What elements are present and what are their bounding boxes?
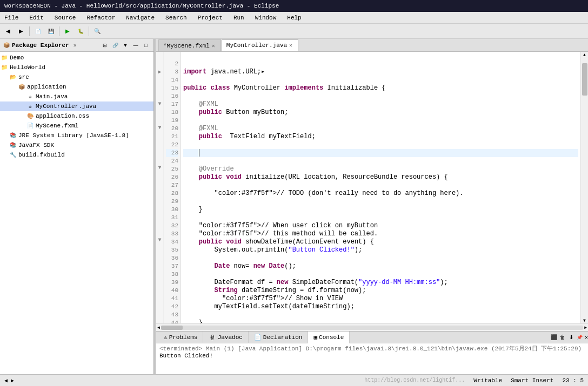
tree-label-jresys: JRE System Library [JavaSE-1.8]	[18, 132, 129, 139]
tree-icon-src: 📂	[9, 73, 17, 82]
hscroll-right[interactable]: ▶	[584, 325, 587, 330]
console-clear-btn[interactable]: 🗑	[559, 334, 566, 341]
line-num: 32	[166, 222, 178, 230]
gutter-line	[156, 260, 163, 268]
menu-item-navigate[interactable]: Navigate	[124, 14, 157, 22]
tab-mycontroller[interactable]: MyController.java✕	[222, 39, 298, 51]
gutter-line	[156, 76, 163, 84]
tab-myscene[interactable]: *MyScene.fxml✕	[158, 39, 221, 51]
console-pin-btn[interactable]: 📌	[576, 334, 584, 341]
hscroll-left[interactable]: ◀	[157, 325, 160, 330]
bottom-tab-problems[interactable]: ⚠Problems	[158, 331, 203, 343]
menu-item-edit[interactable]: Edit	[27, 14, 45, 22]
tree-item-mainjava[interactable]: ☕Main.java	[0, 92, 153, 101]
code-line-current	[183, 149, 578, 157]
gutter-line	[156, 84, 163, 92]
pe-menu-btn[interactable]: ▼	[121, 41, 130, 50]
scroll-up[interactable]: ▲	[583, 52, 586, 58]
tree-item-helloworld[interactable]: 📁HelloWorld	[0, 63, 153, 72]
code-editor[interactable]: import java.net.URL;▸public class MyCont…	[181, 52, 580, 323]
hscroll-track[interactable]	[161, 326, 583, 330]
code-line: public void showDateTime(ActionEvent eve…	[183, 238, 578, 246]
pe-min-btn[interactable]: —	[131, 41, 140, 50]
tree-item-javafxsdk[interactable]: 📚JavaFX SDK	[0, 140, 153, 150]
gutter-line: ▶	[156, 68, 163, 76]
tree-item-mycontrollerjava[interactable]: ☕MyController.java	[0, 101, 153, 111]
line-num: 40	[166, 287, 178, 295]
tab-close-mycontroller[interactable]: ✕	[289, 42, 292, 49]
gutter-line	[156, 60, 163, 68]
code-line: @FXML	[183, 125, 578, 133]
line-num: 38	[166, 270, 178, 279]
scroll-thumb[interactable]	[582, 63, 587, 96]
menu-item-project[interactable]: Project	[196, 14, 225, 22]
pe-link-btn[interactable]: 🔗	[111, 41, 119, 50]
menu-item-file[interactable]: File	[2, 14, 21, 22]
gutter-line	[156, 252, 163, 260]
tree-item-applicationcss[interactable]: 🎨application.css	[0, 111, 153, 121]
line-num: 3	[166, 68, 178, 76]
tree-icon-mainjava: ☕	[26, 92, 35, 101]
code-line	[183, 270, 578, 279]
tree-item-application[interactable]: 📦application	[0, 82, 153, 92]
code-line	[183, 181, 578, 189]
gutter-line	[156, 228, 163, 236]
gutter-line	[156, 196, 163, 204]
gutter-line	[156, 148, 163, 156]
console-close-icon[interactable]: ✕	[585, 334, 588, 341]
toolbar-debug[interactable]: 🐛	[75, 25, 86, 37]
menu-item-source[interactable]: Source	[52, 14, 78, 22]
console-scroll-btn[interactable]: ⬇	[567, 334, 575, 341]
console-line1: <terminated> Main (1) [Java Application]…	[159, 344, 585, 353]
menu-item-refactor[interactable]: Refactor	[84, 14, 117, 22]
bottom-tab-javadoc[interactable]: @ Javadoc	[203, 331, 248, 343]
title-text: workspaceNEON - Java - HelloWorld/src/ap…	[4, 3, 279, 9]
editor-vscroll[interactable]: ▲ ▼	[580, 52, 588, 323]
tree-item-demo[interactable]: 📁Demo	[0, 53, 153, 63]
toolbar-back[interactable]: ◀	[2, 25, 14, 37]
toolbar-new[interactable]: 📄	[32, 25, 44, 37]
menu-item-search[interactable]: Search	[163, 14, 189, 22]
code-line: public void initialize(URL location, Res…	[183, 173, 578, 181]
tree-label-application: application	[27, 84, 66, 90]
menu-item-run[interactable]: Run	[231, 14, 246, 22]
line-num: 20	[166, 125, 178, 133]
hscroll-thumb[interactable]	[161, 326, 183, 330]
toolbar-fwd[interactable]: ▶	[15, 25, 27, 37]
tree-item-myscenefxml[interactable]: 📄MyScene.fxml	[0, 121, 153, 131]
bottom-tab-label-console: Console	[319, 334, 344, 341]
line-num: 27	[166, 181, 178, 189]
line-num: 29	[166, 198, 178, 206]
tab-close-myscene[interactable]: ✕	[212, 43, 215, 49]
tab-label-mycontroller: MyController.java	[226, 42, 287, 49]
line-num	[166, 52, 178, 60]
pe-collapse-btn[interactable]: ⊟	[101, 41, 109, 50]
toolbar-save[interactable]: 💾	[45, 25, 57, 37]
code-line: Date now= new Date();	[183, 262, 578, 270]
menu-item-help[interactable]: Help	[285, 14, 303, 22]
toolbar-search[interactable]: 🔍	[91, 25, 103, 37]
tree-item-buildfx[interactable]: 🔧build.fxbuild	[0, 150, 153, 160]
editor-tabs: *MyScene.fxml✕MyController.java✕	[156, 39, 588, 52]
line-num: 15	[166, 84, 178, 92]
code-line: myTextField.setText(dateTimeString);	[183, 303, 578, 311]
tree-label-helloworld: HelloWorld	[10, 64, 45, 71]
tree-item-jresys[interactable]: 📚JRE System Library [JavaSE-1.8]	[0, 131, 153, 140]
console-stop-btn[interactable]: ⬛	[550, 334, 558, 341]
bottom-tab-icon-declaration: 📄	[254, 334, 262, 341]
editor-area: *MyScene.fxml✕MyController.java✕ ▶▼▼▼▼ 2…	[156, 39, 588, 374]
status-left: ◀ ▶	[4, 377, 14, 384]
toolbar-run[interactable]: ▶	[62, 25, 74, 37]
menu-item-window[interactable]: Window	[253, 14, 279, 22]
code-line: @FXML	[183, 100, 578, 109]
line-num: 31	[166, 214, 178, 222]
bottom-tab-console[interactable]: ▣Console	[308, 331, 350, 343]
pe-header: 📦 Package Explorer ✕ ⊟ 🔗 ▼ — □	[0, 39, 153, 52]
tree-item-src[interactable]: 📂src	[0, 72, 153, 82]
scroll-down[interactable]: ▼	[583, 317, 586, 323]
pe-max-btn[interactable]: □	[142, 41, 150, 50]
pe-close-icon[interactable]: ✕	[74, 42, 77, 49]
bottom-tab-declaration[interactable]: 📄Declaration	[249, 331, 309, 343]
editor-hscroll[interactable]: ◀ ▶	[156, 323, 588, 331]
code-line	[183, 76, 578, 84]
